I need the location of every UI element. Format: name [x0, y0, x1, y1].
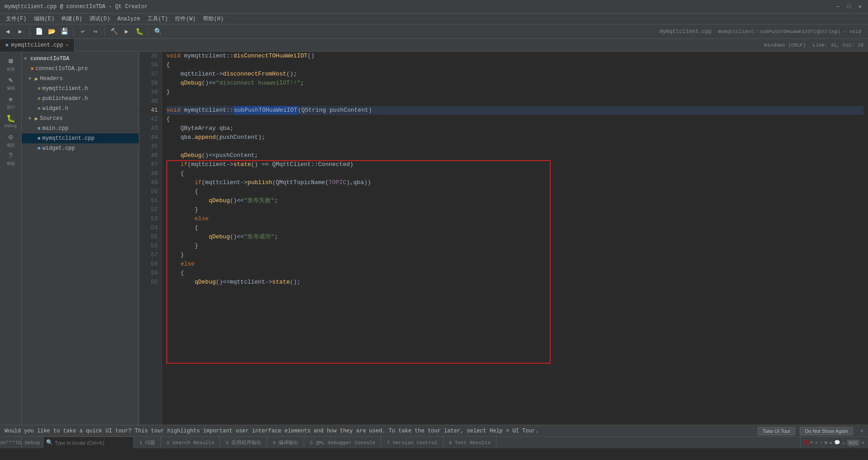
code-line-46: qDebug()<<pushContent; [166, 151, 863, 160]
toolbar-undo[interactable]: ↩ [77, 26, 88, 37]
bottom-tab-qml-debug[interactable]: 5 QML Debugger Console [304, 437, 381, 449]
notification-close-button[interactable]: ✕ [860, 427, 863, 434]
code-line-55: qDebug()<<"发布成功"; [166, 232, 863, 242]
toolbar: ◀ ▶ 📄 📂 💾 ↩ ↪ 🔨 ▶ 🐛 🔍 mymqttclient.cpp m… [0, 24, 868, 39]
bottom-right-status: S ⌨ • ↑ ⊞ ★ 💬 ⚠ Not ✕ [800, 437, 868, 449]
code-line-45 [166, 142, 863, 151]
menu-file[interactable]: 文件(F) [2, 14, 30, 24]
tab-cpp-icon: ■ [5, 43, 9, 48]
code-line-58: else [166, 260, 863, 269]
toolbar-open[interactable]: 📂 [46, 26, 57, 37]
code-line-47: if(mqttclient->state() == QMqttClient::C… [166, 160, 863, 169]
bottom-tab-problems[interactable]: 1 问题 [134, 437, 161, 449]
toolbar-back[interactable]: ◀ [2, 26, 13, 37]
code-line-36: { [166, 61, 863, 70]
close-bottom-x[interactable]: ✕ [861, 440, 864, 446]
tree-item-publicheader-h[interactable]: ■ publicheader.h [22, 94, 139, 104]
toolbar-build[interactable]: 🔨 [108, 26, 119, 37]
menu-analyze[interactable]: Analyze [113, 14, 143, 24]
toolbar-redo[interactable]: ↪ [90, 26, 101, 37]
menu-tools[interactable]: 工具(T) [144, 14, 172, 24]
arrow-up-icon: ↑ [820, 440, 823, 446]
bottom-tab-test-results[interactable]: 8 Test Results [443, 437, 496, 449]
tab-mymqttclient[interactable]: ■ mymqttclient.cpp ✕ [0, 39, 75, 52]
search-icon: 🔍 [46, 439, 53, 446]
icon-bar: ⊞ 欢迎 ✎ 编辑 ◈ 设计 🐛 Debug ⚙ 项目 ? 帮助 [0, 52, 22, 425]
tree-item-mymqttclient-cpp[interactable]: ■ mymqttclient.cpp [22, 133, 139, 143]
bottom-tab-version-control[interactable]: 7 Version Control [381, 437, 443, 449]
close-button[interactable]: ✕ [856, 3, 863, 10]
menu-bar: 文件(F) 编辑(E) 构建(B) 调试(D) Analyze 工具(T) 控件… [0, 14, 868, 24]
toolbar-run[interactable]: ▶ [121, 26, 132, 37]
tree-item-pro[interactable]: ■ connectIoTDA.pro [22, 64, 139, 74]
code-line-40 [166, 97, 863, 106]
code-wrapper: 35 36 37 38 39 40 41 42 43 44 45 46 47 4… [139, 52, 868, 425]
window-title: mymqttclient.cpp @ connectIoTDA - Qt Cre… [5, 4, 835, 10]
menu-edit[interactable]: 编辑(E) [30, 14, 58, 24]
code-line-56: } [166, 242, 863, 251]
menu-build[interactable]: 构建(B) [58, 14, 86, 24]
code-line-52: } [166, 205, 863, 214]
menu-help[interactable]: 帮助(H) [199, 14, 227, 24]
code-line-43: QByteArray qba; [166, 124, 863, 133]
toolbar-debug-run[interactable]: 🐛 [134, 26, 145, 37]
code-editor: 35 36 37 38 39 40 41 42 43 44 45 46 47 4… [139, 52, 868, 425]
bottom-tab-search[interactable]: 2 Search Results [161, 437, 220, 449]
dot-icon: • [815, 440, 818, 446]
sources-folder-label: Sources [40, 115, 62, 122]
tree-item-widget-cpp[interactable]: ■ widget.cpp [22, 143, 139, 153]
maximize-button[interactable]: □ [845, 3, 853, 10]
menu-controls[interactable]: 控件(W) [171, 14, 199, 24]
tab-close-mymqttclient[interactable]: ✕ [66, 43, 69, 48]
folder-icon-headers: ▶ [35, 76, 38, 82]
pro-file-label: connectIoTDA.pro [36, 66, 88, 72]
search-input[interactable] [55, 440, 123, 446]
tree-item-mymqttclient-h[interactable]: ■ mymqttclient.h [22, 84, 139, 94]
search-bar-container: 🔍 [43, 437, 134, 449]
debug-label-area: Debug [22, 437, 43, 449]
keyboard-icon: ⌨ [810, 440, 813, 446]
notification-bar: Would you like to take a quick UI tour? … [0, 425, 868, 436]
line-numbers: 35 36 37 38 39 40 41 42 43 44 45 46 47 4… [139, 52, 162, 425]
code-line-41: void mymqttclient::subPushTOHuaWeiIOT(QS… [166, 106, 863, 115]
code-line-54: { [166, 223, 863, 232]
h-file-icon2: ■ [38, 96, 41, 101]
sidebar-item-design[interactable]: ◈ 设计 [2, 93, 20, 111]
code-line-48: { [166, 169, 863, 178]
sidebar-item-welcome[interactable]: ⊞ 欢迎 [2, 55, 20, 73]
menu-debug[interactable]: 调试(D) [86, 14, 114, 24]
code-line-44: qba.append(pushContent); [166, 133, 863, 142]
bottom-tab-app-output[interactable]: 3 应用程序输出 [220, 437, 267, 449]
toolbar-new[interactable]: 📄 [33, 26, 44, 37]
tree-headers-folder[interactable]: ▼ ▶ Headers [22, 74, 139, 84]
sidebar-item-help[interactable]: ? 帮助 [2, 150, 20, 168]
code-line-59: { [166, 269, 863, 278]
code-content[interactable]: void mymqttclient::disConnectTOHuaWeiIOT… [162, 52, 868, 425]
tree-sources-folder[interactable]: ▼ ▶ Sources [22, 114, 139, 123]
file-label-widget-h: widget.h [42, 105, 69, 112]
cpp-file-icon2: ■ [38, 136, 41, 141]
sidebar-item-project[interactable]: ⚙ 项目 [2, 131, 20, 149]
tree-root[interactable]: ▼ connectIoTDA [22, 54, 139, 64]
bottom-tab-compile[interactable]: 4 编译输出 [267, 437, 304, 449]
file-label-mymqttclient-h: mymqttclient.h [42, 85, 88, 92]
notification-text: Would you like to take a quick UI tour? … [5, 428, 753, 434]
toolbar-search[interactable]: 🔍 [152, 26, 163, 37]
do-not-show-again-button[interactable]: Do Not Show Again [800, 427, 853, 435]
debug-label: Debug [25, 440, 40, 446]
tree-item-main-cpp[interactable]: ■ main.cpp [22, 123, 139, 133]
sidebar-item-debug[interactable]: 🐛 Debug [2, 112, 20, 130]
code-line-42: { [166, 115, 863, 124]
sidebar-item-edit[interactable]: ✎ 编辑 [2, 74, 20, 92]
take-ui-tour-button[interactable]: Take UI Tour [758, 427, 796, 435]
toolbar-forward[interactable]: ▶ [15, 26, 26, 37]
file-label-mymqttclient-cpp: mymqttclient.cpp [42, 135, 94, 142]
toolbar-save[interactable]: 💾 [59, 26, 70, 37]
code-line-35: void mymqttclient::disConnectTOHuaWeiIOT… [166, 52, 863, 61]
minimize-button[interactable]: ─ [835, 3, 842, 10]
file-label-widget-cpp: widget.cpp [42, 145, 75, 152]
function-breadcrumb: mymqttclient::subPushTOHuaWeiIOT(QString… [718, 29, 866, 34]
grid-icon: ⊞ [825, 440, 828, 446]
tree-item-widget-h[interactable]: ■ widget.h [22, 104, 139, 114]
code-line-60: qDebug()<<mqttclient->state(); [166, 278, 863, 287]
